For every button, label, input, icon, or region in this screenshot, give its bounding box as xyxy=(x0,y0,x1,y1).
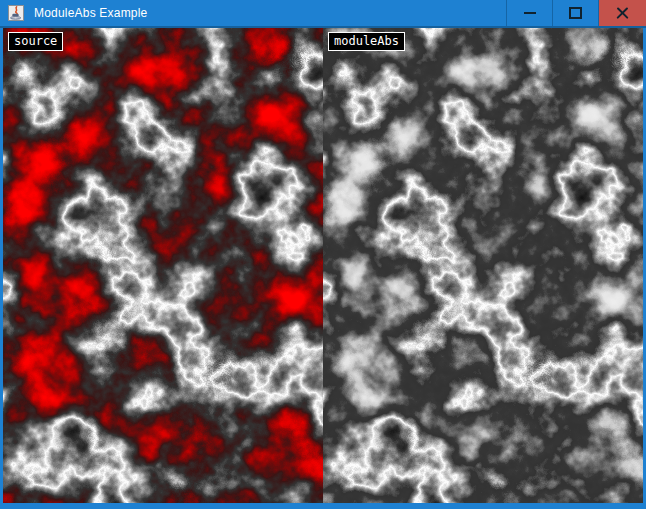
window-controls xyxy=(506,0,646,26)
maximize-button[interactable] xyxy=(552,0,598,26)
java-coffee-cup-icon[interactable] xyxy=(8,5,24,21)
minimize-icon xyxy=(524,12,536,14)
moduleabs-image-panel: moduleAbs xyxy=(323,28,643,503)
source-label: source xyxy=(8,32,63,51)
window-title: ModuleAbs Example xyxy=(34,6,147,20)
source-image-panel: source xyxy=(3,28,323,503)
source-noise-image xyxy=(3,28,323,503)
close-button[interactable] xyxy=(598,0,646,26)
moduleabs-noise-image xyxy=(323,28,643,503)
moduleabs-label: moduleAbs xyxy=(328,32,405,51)
minimize-button[interactable] xyxy=(506,0,552,26)
content-area: source moduleAbs xyxy=(3,28,643,503)
application-window: ModuleAbs Example xyxy=(0,0,646,509)
maximize-icon xyxy=(569,7,582,19)
close-icon xyxy=(616,7,629,20)
titlebar[interactable]: ModuleAbs Example xyxy=(0,0,646,26)
